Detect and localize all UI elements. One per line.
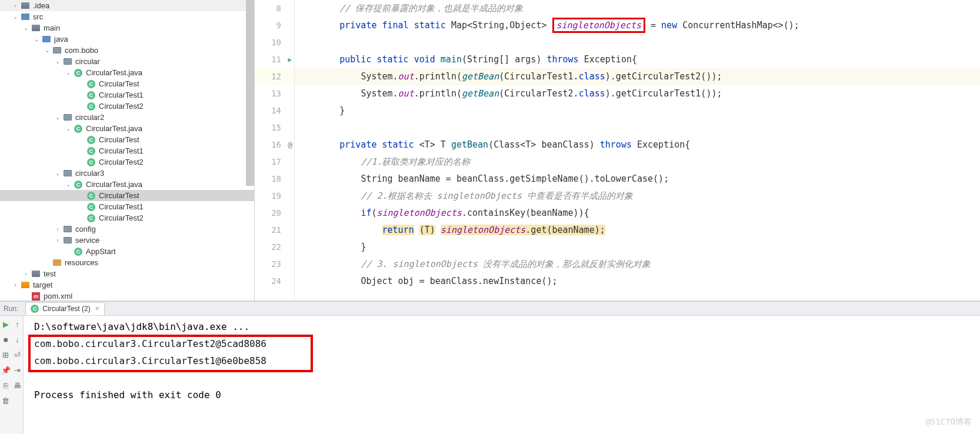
gutter-line-21[interactable]: 21: [255, 222, 294, 239]
code-editor[interactable]: 89101112131415161718192021222324 // 保存提前…: [255, 0, 980, 301]
folder-src: [20, 1, 31, 11]
tree-item-CircularTest-java[interactable]: ⌄CircularTest.java: [0, 123, 254, 134]
tree-item-target[interactable]: ›target: [0, 279, 254, 291]
class-icon: [86, 202, 96, 212]
tree-item-CircularTest-java[interactable]: ⌄CircularTest.java: [0, 67, 254, 78]
code-area[interactable]: // 保存提前暴露的对象，也就是半成品的对象 private final sta…: [295, 0, 980, 301]
tree-label: config: [75, 225, 96, 233]
folder-pkg: [62, 225, 73, 234]
gutter-line-16[interactable]: 16: [255, 136, 294, 153]
export-icon[interactable]: ⎘: [1, 380, 11, 390]
tree-label: CircularTest2: [99, 102, 144, 111]
console-line: Process finished with exit code 0: [34, 386, 980, 403]
tree-item-CircularTest1[interactable]: CircularTest1: [0, 145, 254, 156]
class-icon: [73, 68, 84, 78]
chevron-icon[interactable]: ⌄: [64, 181, 73, 188]
class-icon: [86, 91, 96, 100]
close-icon[interactable]: ×: [95, 305, 99, 313]
tree-item-CircularTest[interactable]: CircularTest: [0, 78, 254, 89]
console-line: com.bobo.circular3.CircularTest2@5cad808…: [34, 335, 980, 352]
tree-item-CircularTest[interactable]: CircularTest: [0, 190, 254, 201]
tree-item-resources[interactable]: resources: [0, 257, 254, 268]
gutter-line-22[interactable]: 22: [255, 239, 294, 256]
tree-item-com-bobo[interactable]: ⌄com.bobo: [0, 45, 254, 56]
gutter-line-15[interactable]: 15: [255, 119, 294, 136]
scroll-icon[interactable]: ⇥: [12, 365, 22, 375]
class-icon: [86, 213, 96, 223]
chevron-icon[interactable]: ›: [11, 282, 20, 288]
tree-item-java[interactable]: ⌄java: [0, 34, 254, 45]
mvn-icon: [31, 292, 41, 301]
chevron-icon[interactable]: ⌄: [64, 125, 73, 132]
print-icon[interactable]: 🖶: [12, 380, 22, 390]
folder-pkg: [62, 57, 73, 66]
tree-item-circular3[interactable]: ⌄circular3: [0, 168, 254, 179]
tree-item-CircularTest1[interactable]: CircularTest1: [0, 89, 254, 101]
gutter-line-18[interactable]: 18: [255, 171, 294, 188]
chevron-icon[interactable]: ⌄: [53, 170, 62, 176]
tree-item-config[interactable]: ›config: [0, 223, 254, 235]
chevron-icon[interactable]: ›: [11, 2, 20, 9]
tree-item-CircularTest2[interactable]: CircularTest2: [0, 156, 254, 168]
tree-label: src: [33, 12, 43, 21]
tree-item-service[interactable]: ›service: [0, 235, 254, 246]
gutter-line-14[interactable]: 14: [255, 102, 294, 119]
gutter-line-11[interactable]: 11: [255, 51, 294, 68]
run-tab[interactable]: CircularTest (2) ×: [25, 302, 104, 315]
rerun-icon[interactable]: ▶: [1, 319, 11, 329]
gutter-line-24[interactable]: 24: [255, 273, 294, 290]
tree-label: CircularTest.java: [86, 180, 142, 189]
chevron-icon[interactable]: ⌄: [53, 58, 62, 65]
chevron-icon[interactable]: ›: [21, 271, 31, 277]
tree-item--idea[interactable]: ›.idea: [0, 0, 254, 11]
chevron-icon[interactable]: ⌄: [64, 69, 73, 76]
tree-label: CircularTest2: [99, 158, 144, 166]
tree-item-main[interactable]: ⌄main: [0, 22, 254, 34]
gutter-line-8[interactable]: 8: [255, 0, 294, 17]
console-line: D:\software\java\jdk8\bin\java.exe ...: [34, 318, 980, 335]
pin-icon[interactable]: 📌: [1, 365, 11, 375]
class-icon: [86, 191, 96, 201]
gutter-line-12[interactable]: 12: [255, 68, 294, 85]
folder-pkg: [62, 113, 73, 122]
class-icon: [86, 135, 96, 145]
layout-icon[interactable]: ⊞: [1, 350, 11, 359]
stop-icon[interactable]: ■: [1, 335, 11, 344]
class-icon: [86, 146, 96, 156]
chevron-icon[interactable]: ⌄: [32, 36, 41, 42]
tree-scrollbar[interactable]: [246, 0, 254, 186]
tree-item-circular[interactable]: ⌄circular: [0, 56, 254, 67]
gutter-line-19[interactable]: 19: [255, 188, 294, 205]
tree-item-CircularTest2[interactable]: CircularTest2: [0, 101, 254, 112]
run-panel: Run: CircularTest (2) × ▶ ■ ⊞ 📌 ⎘ 🗑 ↑ ↓ …: [0, 301, 980, 434]
gutter-line-20[interactable]: 20: [255, 205, 294, 222]
tree-item-AppStart[interactable]: AppStart: [0, 246, 254, 257]
tree-item-src[interactable]: ⌄src: [0, 11, 254, 22]
chevron-icon[interactable]: ⌄: [11, 14, 20, 20]
console-output[interactable]: D:\software\java\jdk8\bin\java.exe ... c…: [24, 316, 980, 434]
tree-item-pom-xml[interactable]: pom.xml: [0, 291, 254, 301]
up-icon[interactable]: ↑: [12, 319, 22, 329]
wrap-icon[interactable]: ⏎: [12, 350, 22, 359]
tree-item-CircularTest2[interactable]: CircularTest2: [0, 212, 254, 223]
tree-item-CircularTest-java[interactable]: ⌄CircularTest.java: [0, 179, 254, 190]
gutter-line-13[interactable]: 13: [255, 85, 294, 102]
chevron-icon[interactable]: ⌄: [42, 47, 52, 54]
gutter-line-10[interactable]: 10: [255, 34, 294, 51]
chevron-icon[interactable]: ⌄: [21, 25, 31, 31]
chevron-icon[interactable]: ›: [53, 226, 62, 232]
tree-item-test[interactable]: ›test: [0, 268, 254, 279]
gutter-line-9[interactable]: 9: [255, 17, 294, 34]
project-tree[interactable]: ›.idea⌄src⌄main⌄java⌄com.bobo⌄circular⌄C…: [0, 0, 255, 301]
tree-item-CircularTest1[interactable]: CircularTest1: [0, 201, 254, 212]
tree-item-CircularTest[interactable]: CircularTest: [0, 134, 254, 145]
chevron-icon[interactable]: ⌄: [53, 114, 62, 121]
gutter-line-23[interactable]: 23: [255, 256, 294, 273]
down-icon[interactable]: ↓: [12, 335, 22, 344]
tree-item-circular2[interactable]: ⌄circular2: [0, 112, 254, 123]
run-toolbar: ▶ ■ ⊞ 📌 ⎘ 🗑 ↑ ↓ ⏎ ⇥ 🖶: [0, 316, 24, 434]
delete-icon[interactable]: 🗑: [1, 396, 11, 405]
chevron-icon[interactable]: ›: [53, 237, 62, 243]
folder-java: [41, 35, 52, 44]
gutter-line-17[interactable]: 17: [255, 153, 294, 171]
